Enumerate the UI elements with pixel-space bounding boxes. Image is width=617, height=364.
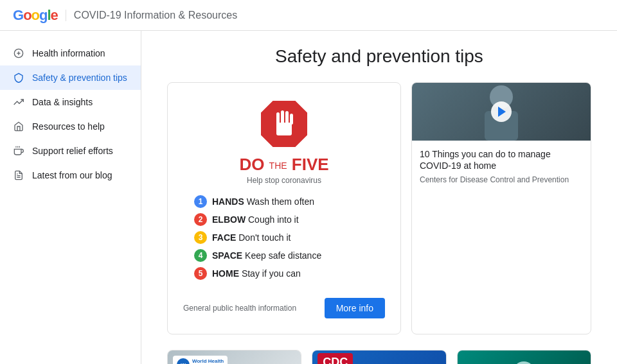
who-logo-text: World Health Organization	[192, 358, 224, 364]
sidebar-label-data: Data & insights	[32, 97, 93, 107]
top-section: DO THE FIVE Help stop coronavirus 1 HAND…	[167, 82, 591, 334]
sidebar-item-safety[interactable]: Safety & prevention tips	[0, 65, 141, 90]
heart-icon	[13, 48, 24, 59]
do-five-title: DO THE FIVE	[239, 155, 328, 175]
sidebar-item-support[interactable]: Support relief efforts	[0, 139, 141, 163]
tip-number-3: 3	[194, 231, 207, 244]
header-title: COVID-19 Information & Resources	[66, 10, 237, 21]
do-five-card: DO THE FIVE Help stop coronavirus 1 HAND…	[167, 82, 401, 334]
sidebar-item-blog[interactable]: Latest from our blog	[0, 163, 141, 187]
tips-list: 1 HANDS Wash them often 2 ELBOW Cough in…	[194, 195, 374, 285]
video-card-who: W World Health Organization How is COVID…	[167, 350, 301, 364]
sidebar-item-health[interactable]: Health information	[0, 41, 141, 65]
list-item: 4 SPACE Keep safe distance	[194, 249, 374, 262]
tip-number-2: 2	[194, 213, 207, 226]
sidebar-item-resources[interactable]: Resources to help	[0, 114, 141, 139]
list-item: 3 FACE Don't touch it	[194, 231, 374, 244]
svg-rect-11	[281, 110, 284, 125]
featured-video-source: Centers for Disease Control and Preventi…	[420, 175, 583, 184]
tip-number-1: 1	[194, 195, 207, 208]
document-icon	[13, 169, 24, 181]
more-info-button[interactable]: More info	[325, 298, 385, 318]
tip-text-2: ELBOW Cough into it	[212, 214, 299, 225]
featured-video-card: 10 Things you can do to manage COVID-19 …	[411, 82, 591, 334]
list-item: 5 HOME Stay if you can	[194, 267, 374, 280]
sidebar-label-blog: Latest from our blog	[32, 170, 112, 180]
tip-text-1: HANDS Wash them often	[212, 196, 314, 207]
main-content: Safety and prevention tips	[141, 31, 617, 364]
sidebar: Health information Safety & prevention t…	[0, 31, 141, 364]
featured-video-title: 10 Things you can do to manage COVID-19 …	[420, 148, 583, 171]
card-footer-label: General public health information	[183, 304, 296, 313]
sidebar-label-safety: Safety & prevention tips	[32, 73, 127, 83]
asl-person-icon	[498, 357, 550, 364]
chart-icon	[13, 96, 24, 108]
page-title: Safety and prevention tips	[167, 46, 591, 67]
home-icon	[13, 121, 24, 132]
sidebar-label-health: Health information	[32, 48, 105, 58]
cdc-video-thumbnail[interactable]: CDC	[312, 351, 445, 364]
tip-text-4: SPACE Keep safe distance	[212, 250, 321, 261]
video-card-asl: ASL Video: What older adults need to kno…	[457, 350, 591, 364]
featured-video-thumbnail[interactable]	[412, 83, 591, 141]
asl-video-thumbnail[interactable]	[458, 351, 591, 364]
tip-text-3: FACE Don't touch it	[212, 232, 291, 243]
tip-text-5: HOME Stay if you can	[212, 268, 301, 279]
who-logo: W World Health Organization	[173, 356, 228, 364]
tip-number-5: 5	[194, 267, 207, 280]
sidebar-label-resources: Resources to help	[32, 121, 105, 132]
google-logo: Google COVID-19 Information & Resources	[13, 7, 237, 24]
sidebar-item-data[interactable]: Data & insights	[0, 90, 141, 114]
cdc-logo: CDC	[317, 356, 353, 364]
play-icon	[498, 107, 506, 117]
who-video-thumbnail[interactable]: W World Health Organization How is COVID…	[168, 351, 301, 364]
do-five-subtitle: Help stop coronavirus	[247, 176, 321, 185]
who-circle-icon: W	[177, 358, 190, 364]
list-item: 1 HANDS Wash them often	[194, 195, 374, 208]
svg-rect-13	[290, 114, 293, 125]
svg-rect-10	[276, 112, 280, 125]
svg-rect-12	[285, 111, 289, 125]
tip-number-4: 4	[194, 249, 207, 262]
video-grid: W World Health Organization How is COVID…	[167, 350, 591, 364]
video-card-cdc: CDC COVID-19: What Older Adults Need to …	[312, 350, 446, 364]
layout: Health information Safety & prevention t…	[0, 31, 617, 364]
featured-video-info: 10 Things you can do to manage COVID-19 …	[412, 141, 591, 334]
list-item: 2 ELBOW Cough into it	[194, 213, 374, 226]
hands-icon	[13, 145, 24, 157]
card-footer: General public health information More i…	[183, 298, 385, 318]
header: Google COVID-19 Information & Resources	[0, 0, 617, 31]
svg-point-18	[513, 361, 535, 364]
play-button[interactable]	[491, 101, 512, 122]
sidebar-label-support: Support relief efforts	[32, 146, 113, 156]
stop-sign-icon	[258, 98, 310, 150]
cdc-badge: CDC	[317, 353, 353, 364]
shield-icon	[13, 72, 24, 83]
google-wordmark: Google	[13, 7, 58, 24]
